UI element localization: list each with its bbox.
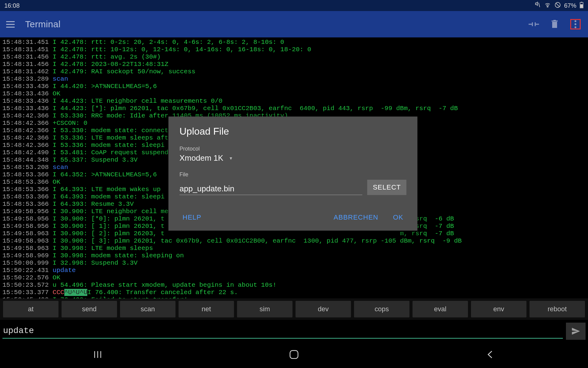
quick-at-button[interactable]: at: [3, 301, 58, 317]
svg-rect-10: [552, 21, 558, 21]
svg-rect-7: [535, 22, 536, 26]
quick-eval-button[interactable]: eval: [413, 301, 468, 317]
select-file-button[interactable]: SELECT: [367, 180, 406, 195]
battery-icon: [579, 2, 584, 10]
app-title: Terminal: [25, 19, 61, 29]
trash-icon[interactable]: [549, 19, 560, 29]
menu-icon[interactable]: [4, 19, 17, 29]
svg-rect-3: [581, 2, 582, 2]
nav-recent-icon[interactable]: [93, 350, 102, 360]
dnd-icon: [554, 2, 561, 10]
file-input[interactable]: app_update.bin: [179, 183, 362, 195]
ok-button[interactable]: OK: [389, 211, 407, 224]
dialog-title: Upload File: [179, 126, 406, 137]
file-label: File: [179, 171, 406, 178]
status-time: 16:08: [4, 2, 20, 9]
mute-icon: [534, 2, 541, 10]
nav-back-icon[interactable]: [486, 350, 495, 360]
protocol-select[interactable]: Xmodem 1K ▼: [179, 153, 406, 163]
cancel-button[interactable]: ABBRECHEN: [330, 211, 382, 224]
command-input[interactable]: [2, 324, 563, 339]
help-button[interactable]: HELP: [179, 211, 205, 224]
svg-rect-6: [532, 22, 533, 26]
quick-env-button[interactable]: env: [471, 301, 526, 317]
nav-home-icon[interactable]: [289, 349, 299, 361]
connection-icon[interactable]: [529, 19, 539, 29]
quick-cops-button[interactable]: cops: [354, 301, 409, 317]
svg-rect-8: [536, 24, 539, 25]
protocol-label: Protocol: [179, 146, 406, 152]
svg-line-1: [556, 3, 560, 7]
chevron-down-icon: ▼: [229, 156, 233, 161]
wifi-icon: [544, 2, 551, 10]
quick-net-button[interactable]: net: [179, 301, 234, 317]
svg-rect-11: [553, 20, 556, 21]
protocol-value: Xmodem 1K: [179, 153, 223, 163]
quick-scan-button[interactable]: scan: [120, 301, 175, 317]
svg-rect-4: [580, 4, 583, 8]
quick-reboot-button[interactable]: reboot: [530, 301, 585, 317]
upload-file-dialog: Upload File Protocol Xmodem 1K ▼ File ap…: [168, 117, 417, 231]
svg-point-12: [575, 20, 576, 22]
svg-point-13: [575, 23, 576, 25]
quick-sim-button[interactable]: sim: [237, 301, 292, 317]
quick-send-button[interactable]: send: [62, 301, 117, 317]
more-vert-icon[interactable]: [570, 19, 581, 29]
svg-rect-9: [552, 22, 557, 28]
svg-rect-18: [290, 351, 298, 358]
quick-dev-button[interactable]: dev: [296, 301, 351, 317]
status-battery: 67%: [564, 2, 576, 9]
send-button[interactable]: [566, 323, 586, 340]
svg-rect-5: [529, 24, 532, 25]
svg-point-14: [575, 26, 576, 28]
